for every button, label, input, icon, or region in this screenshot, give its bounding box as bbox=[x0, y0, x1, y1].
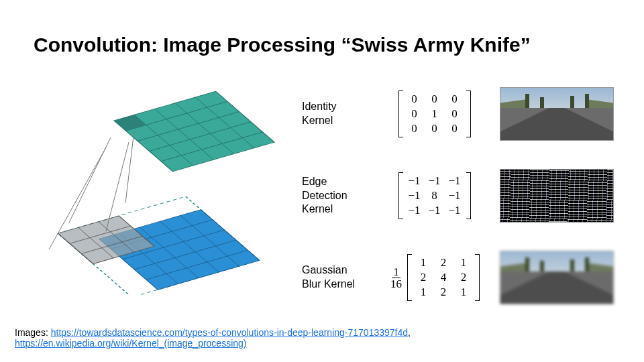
matrix-cell: 0 bbox=[451, 122, 458, 135]
image-credits: Images: https://towardsdatascience.com/t… bbox=[15, 327, 644, 349]
kernel-row-identity: Identity Kernel 0 0 0 0 1 0 0 0 0 bbox=[302, 87, 624, 141]
sample-image-identity bbox=[500, 87, 614, 141]
matrix-cell: 2 bbox=[461, 271, 467, 284]
credits-sep: , bbox=[408, 327, 411, 338]
matrix-cell: 0 bbox=[431, 93, 437, 106]
matrix-cell: −1 bbox=[408, 189, 420, 202]
credits-prefix: Images: bbox=[15, 327, 51, 338]
matrix-cell: 0 bbox=[451, 107, 458, 121]
sample-image-edge bbox=[500, 169, 614, 223]
matrix-cell: −1 bbox=[428, 204, 440, 217]
matrix-cell: 8 bbox=[431, 189, 437, 202]
matrix-cell: −1 bbox=[428, 174, 440, 188]
slide-title: Convolution: Image Processing “Swiss Arm… bbox=[34, 34, 531, 56]
kernel-scalar: 1 16 bbox=[389, 266, 403, 290]
matrix-cell: 2 bbox=[441, 286, 447, 299]
matrix-cell: 1 bbox=[421, 286, 427, 299]
kernel-matrix-identity: 0 0 0 0 1 0 0 0 0 bbox=[376, 90, 493, 137]
matrix-cell: 0 bbox=[451, 93, 458, 106]
matrix-cell: −1 bbox=[448, 204, 460, 217]
convolution-diagram bbox=[27, 80, 282, 295]
kernel-label: Gaussian Blur Kernel bbox=[302, 263, 376, 292]
matrix-cell: 0 bbox=[411, 122, 417, 135]
matrix-cell: −1 bbox=[408, 204, 420, 217]
kernel-label: Identity Kernel bbox=[302, 100, 376, 128]
matrix-cell: 4 bbox=[441, 271, 447, 284]
credit-link-2[interactable]: https://en.wikipedia.org/wiki/Kernel_(im… bbox=[15, 338, 247, 349]
kernel-matrix-gaussian: 1 16 1 2 1 2 4 2 1 2 1 bbox=[376, 254, 493, 301]
matrix-cell: 0 bbox=[411, 107, 417, 121]
matrix-cell: −1 bbox=[448, 174, 460, 188]
matrix-cell: 0 bbox=[411, 93, 417, 106]
sample-image-gaussian bbox=[500, 251, 614, 304]
kernel-list: Identity Kernel 0 0 0 0 1 0 0 0 0 bbox=[302, 87, 624, 333]
scalar-num: 1 bbox=[392, 266, 400, 278]
matrix-cell: 2 bbox=[441, 256, 447, 269]
scalar-den: 16 bbox=[389, 278, 403, 290]
matrix-cell: 0 bbox=[431, 122, 437, 135]
matrix-cell: −1 bbox=[448, 189, 460, 202]
svg-rect-15 bbox=[114, 91, 274, 172]
matrix-cell: 1 bbox=[461, 256, 467, 269]
matrix-cell: −1 bbox=[408, 174, 420, 188]
kernel-row-edge: Edge Detection Kernel −1 −1 −1 −1 8 −1 −… bbox=[302, 169, 624, 223]
kernel-row-gaussian: Gaussian Blur Kernel 1 16 1 2 1 2 4 2 1 … bbox=[302, 251, 624, 304]
matrix-cell: 2 bbox=[421, 271, 427, 284]
kernel-label: Edge Detection Kernel bbox=[302, 175, 376, 217]
matrix-cell: 1 bbox=[431, 107, 437, 121]
credit-link-1[interactable]: https://towardsdatascience.com/types-of-… bbox=[51, 327, 408, 338]
matrix-cell: 1 bbox=[421, 256, 427, 269]
kernel-matrix-edge: −1 −1 −1 −1 8 −1 −1 −1 −1 bbox=[376, 172, 493, 219]
svg-line-26 bbox=[125, 131, 134, 203]
matrix-cell: 1 bbox=[461, 286, 467, 299]
